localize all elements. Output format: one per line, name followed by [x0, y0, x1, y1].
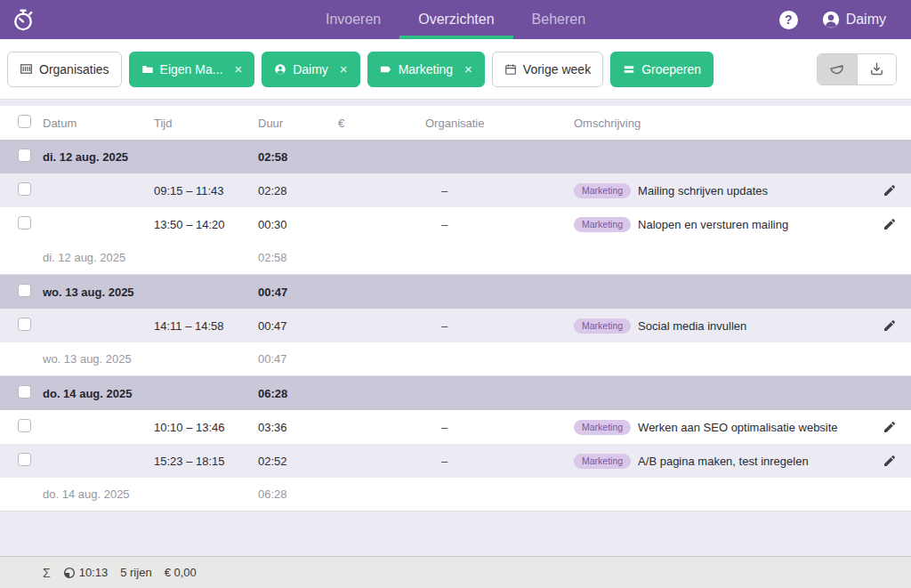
organisaties-button[interactable]: Organisaties	[7, 52, 122, 87]
group-checkbox[interactable]	[18, 284, 31, 297]
entry-description: Nalopen en versturen mailing	[638, 218, 788, 231]
subtotal-row: do. 14 aug. 2025 06:28	[0, 478, 911, 511]
entry-duration: 02:28	[258, 184, 338, 197]
table-top-strip	[0, 100, 911, 106]
entry-organisation: –	[425, 184, 574, 197]
total-amount: € 0,00	[165, 566, 197, 579]
nav-item-overzichten[interactable]: Overzichten	[399, 0, 512, 39]
column-header-tijd: Tijd	[154, 117, 258, 130]
filter-chip-eigen-map[interactable]: Eigen Ma... ×	[129, 52, 255, 87]
download-button[interactable]	[857, 54, 896, 85]
tag-badge: Marketing	[574, 454, 631, 469]
time-entry-row: 10:10 – 13:46 03:36 – Marketing Werken a…	[0, 410, 911, 444]
tag-badge: Marketing	[574, 183, 631, 198]
table-header: Datum Tijd Duur € Organisatie Omschrijvi…	[0, 106, 911, 140]
group-date: wo. 13 aug. 2025	[43, 286, 154, 299]
select-all-checkbox[interactable]	[18, 115, 31, 128]
entry-time-range: 14:11 – 14:58	[154, 319, 258, 333]
tag-badge: Marketing	[574, 217, 631, 232]
pencil-icon	[883, 420, 897, 434]
entry-description: Social media invullen	[638, 319, 746, 333]
groeperen-label: Groeperen	[641, 62, 701, 77]
entry-organisation: –	[425, 218, 574, 231]
user-menu[interactable]: Daimy	[821, 10, 886, 29]
building-icon	[20, 62, 33, 76]
time-entry-row: 13:50 – 14:20 00:30 – Marketing Nalopen …	[0, 207, 911, 241]
edit-entry-button[interactable]	[868, 318, 911, 333]
app-logo-stopwatch-icon[interactable]	[11, 7, 36, 32]
view-export-group	[817, 53, 897, 85]
entry-duration: 02:52	[258, 455, 338, 468]
total-duration: 10:13	[79, 566, 109, 579]
subtotal-duration: 02:58	[258, 251, 338, 264]
remove-filter-icon[interactable]: ×	[340, 61, 348, 77]
group-checkbox[interactable]	[18, 149, 31, 162]
entry-time-range: 10:10 – 13:46	[154, 421, 258, 434]
subtotal-row: wo. 13 aug. 2025 00:47	[0, 342, 911, 376]
subtotal-row: di. 12 aug. 2025 02:58	[0, 241, 911, 275]
row-checkbox[interactable]	[18, 419, 31, 432]
subtotal-duration: 06:28	[258, 487, 338, 501]
edit-entry-button[interactable]	[868, 217, 911, 231]
filter-chip-label: Marketing	[399, 62, 453, 77]
row-checkbox[interactable]	[18, 318, 31, 331]
navbar: Invoeren Overzichten Beheren ? Daimy	[0, 0, 911, 39]
filter-chip-daimy[interactable]: Daimy ×	[262, 52, 359, 87]
row-checkbox[interactable]	[18, 216, 31, 230]
folder-icon	[141, 63, 154, 76]
tag-badge: Marketing	[574, 318, 631, 334]
group-duration: 02:58	[258, 150, 338, 164]
help-icon[interactable]: ?	[779, 11, 798, 29]
remove-filter-icon[interactable]: ×	[234, 61, 242, 77]
column-header-organisatie: Organisatie	[425, 117, 574, 130]
subtotal-date: do. 14 aug. 2025	[43, 487, 154, 501]
table-filler	[0, 511, 911, 556]
column-header-duur: Duur	[258, 117, 338, 130]
organisaties-label: Organisaties	[39, 62, 109, 77]
group-duration: 00:47	[258, 286, 338, 299]
person-icon	[274, 63, 286, 76]
tag-badge: Marketing	[574, 420, 631, 435]
group-bars-icon	[623, 63, 635, 76]
nav-item-invoeren[interactable]: Invoeren	[307, 0, 399, 39]
user-name: Daimy	[846, 12, 886, 28]
view-toggle-button[interactable]	[818, 54, 857, 85]
time-entry-row: 14:11 – 14:58 00:47 – Marketing Social m…	[0, 309, 911, 342]
edit-entry-button[interactable]	[868, 420, 911, 434]
filter-toolbar: Organisaties Eigen Ma... × Daimy × Marke…	[0, 39, 911, 100]
remove-filter-icon[interactable]: ×	[464, 61, 472, 77]
group-header-row: do. 14 aug. 2025 06:28	[0, 376, 911, 410]
group-date: do. 14 aug. 2025	[43, 387, 154, 400]
group-date: di. 12 aug. 2025	[43, 150, 154, 164]
subtotal-date: di. 12 aug. 2025	[43, 251, 154, 264]
edit-entry-button[interactable]	[868, 183, 911, 197]
group-header-row: di. 12 aug. 2025 02:58	[0, 140, 911, 173]
nav-item-beheren[interactable]: Beheren	[513, 0, 605, 39]
entry-time-range: 13:50 – 14:20	[154, 218, 258, 231]
entry-time-range: 09:15 – 11:43	[154, 184, 258, 197]
entry-organisation: –	[425, 421, 574, 434]
column-header-omschrijving: Omschrijving	[574, 117, 868, 130]
groeperen-button[interactable]: Groeperen	[610, 52, 713, 87]
column-header-euro: €	[338, 117, 425, 130]
rows-count: 5 rijen	[120, 566, 151, 579]
vorige-week-button[interactable]: Vorige week	[492, 52, 603, 87]
pencil-icon	[883, 454, 897, 468]
entry-organisation: –	[425, 455, 574, 468]
subtotal-date: wo. 13 aug. 2025	[43, 352, 154, 366]
user-avatar-icon	[821, 10, 841, 29]
entry-duration: 03:36	[258, 421, 338, 434]
vorige-week-label: Vorige week	[523, 62, 591, 77]
group-header-row: wo. 13 aug. 2025 00:47	[0, 275, 911, 309]
entry-description: Werken aan SEO optimalisatie website	[638, 421, 837, 434]
row-checkbox[interactable]	[18, 453, 31, 466]
row-checkbox[interactable]	[18, 182, 31, 196]
group-checkbox[interactable]	[18, 385, 31, 399]
eye-icon	[828, 60, 846, 78]
filter-chip-marketing[interactable]: Marketing ×	[367, 52, 485, 87]
entry-time-range: 15:23 – 18:15	[154, 455, 258, 468]
time-entry-row: 15:23 – 18:15 02:52 – Marketing A/B pagi…	[0, 444, 911, 478]
entry-organisation: –	[425, 319, 574, 333]
edit-entry-button[interactable]	[868, 454, 911, 468]
sum-sigma-icon: Σ	[43, 566, 51, 580]
